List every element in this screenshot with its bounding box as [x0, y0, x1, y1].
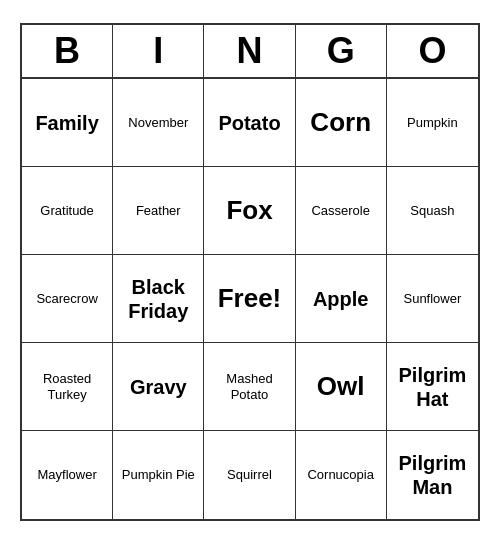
bingo-cell: Feather: [113, 167, 204, 255]
bingo-cell: Pumpkin Pie: [113, 431, 204, 519]
bingo-cell: Potato: [204, 79, 295, 167]
bingo-cell: Owl: [296, 343, 387, 431]
bingo-grid: FamilyNovemberPotatoCornPumpkinGratitude…: [22, 79, 478, 519]
header-letter: I: [113, 25, 204, 77]
header-letter: O: [387, 25, 478, 77]
bingo-cell: Squirrel: [204, 431, 295, 519]
bingo-cell: Family: [22, 79, 113, 167]
bingo-cell: Free!: [204, 255, 295, 343]
bingo-cell: Roasted Turkey: [22, 343, 113, 431]
bingo-cell: Scarecrow: [22, 255, 113, 343]
bingo-cell: Apple: [296, 255, 387, 343]
bingo-cell: Fox: [204, 167, 295, 255]
bingo-cell: Sunflower: [387, 255, 478, 343]
header-letter: N: [204, 25, 295, 77]
bingo-header: BINGO: [22, 25, 478, 79]
bingo-cell: Black Friday: [113, 255, 204, 343]
bingo-cell: Pilgrim Man: [387, 431, 478, 519]
bingo-cell: Pilgrim Hat: [387, 343, 478, 431]
bingo-cell: Squash: [387, 167, 478, 255]
bingo-cell: Corn: [296, 79, 387, 167]
bingo-cell: Casserole: [296, 167, 387, 255]
header-letter: G: [296, 25, 387, 77]
bingo-cell: Gravy: [113, 343, 204, 431]
bingo-card: BINGO FamilyNovemberPotatoCornPumpkinGra…: [20, 23, 480, 521]
bingo-cell: Mashed Potato: [204, 343, 295, 431]
bingo-cell: Mayflower: [22, 431, 113, 519]
bingo-cell: Pumpkin: [387, 79, 478, 167]
bingo-cell: November: [113, 79, 204, 167]
bingo-cell: Cornucopia: [296, 431, 387, 519]
header-letter: B: [22, 25, 113, 77]
bingo-cell: Gratitude: [22, 167, 113, 255]
